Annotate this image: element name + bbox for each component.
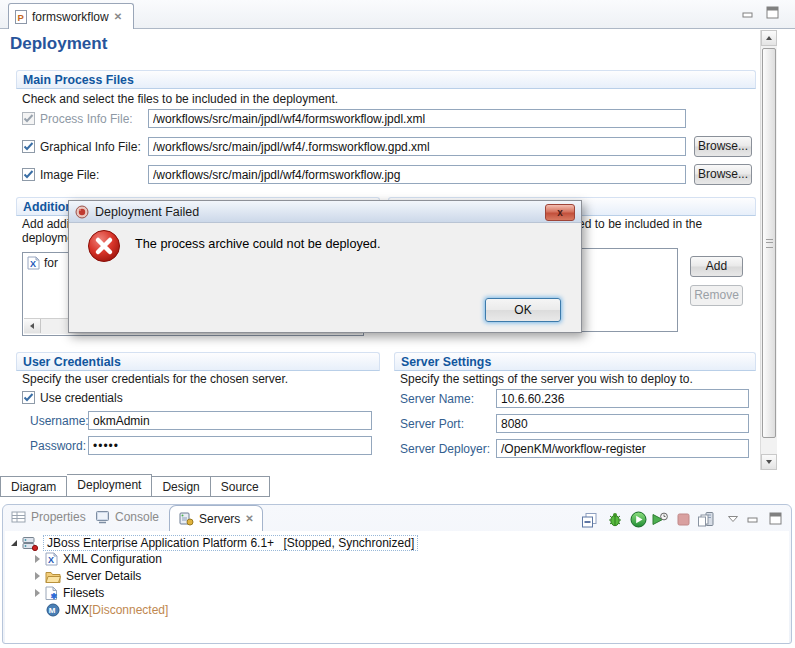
password-label: Password: xyxy=(30,439,86,453)
dialog-titlebar[interactable]: Deployment Failed xyxy=(69,201,581,223)
scroll-up-icon[interactable] xyxy=(761,30,777,46)
properties-icon xyxy=(11,510,26,524)
tree-row-text: XML Configuration xyxy=(63,552,162,566)
editor-minimize-icon[interactable] xyxy=(742,8,754,20)
section-title: Main Process Files xyxy=(23,73,134,87)
tab-source[interactable]: Source xyxy=(211,476,270,497)
dialog-message: The process archive could not be deploye… xyxy=(135,237,380,251)
graphical-info-browse-button[interactable]: Browse... xyxy=(694,136,752,157)
editor-tab-label: formsworkflow xyxy=(32,10,109,24)
servers-view-panel: Properties Console Servers ✕ xyxy=(2,504,792,644)
editor-bottom-tabs: Diagram Deployment Design Source xyxy=(0,476,270,497)
tab-design[interactable]: Design xyxy=(152,476,210,497)
profile-server-icon[interactable] xyxy=(651,511,669,528)
tab-deployment[interactable]: Deployment xyxy=(67,474,152,497)
collapse-all-icon[interactable] xyxy=(581,512,598,529)
password-field[interactable] xyxy=(88,436,372,455)
panel-minimize-icon[interactable] xyxy=(747,514,759,526)
scroll-down-icon[interactable] xyxy=(761,454,777,470)
tab-diagram[interactable]: Diagram xyxy=(0,476,67,497)
deployment-failed-dialog: Deployment Failed x The process archive … xyxy=(68,200,582,333)
tab-servers[interactable]: Servers ✕ xyxy=(169,505,263,531)
view-menu-icon[interactable] xyxy=(727,515,739,523)
add-button[interactable]: Add xyxy=(690,256,743,277)
expander-collapsed-icon[interactable] xyxy=(35,555,40,563)
ok-button[interactable]: OK xyxy=(485,298,561,322)
tree-row-server-details[interactable]: Server Details xyxy=(35,569,141,583)
tab-servers-close-icon[interactable]: ✕ xyxy=(245,513,253,524)
server-settings-description: Specify the settings of the server you w… xyxy=(400,372,693,386)
process-info-label: Process Info File: xyxy=(40,112,133,126)
panel-maximize-icon[interactable] xyxy=(769,512,782,525)
server-deployer-field[interactable] xyxy=(496,439,749,458)
tab-console[interactable]: Console xyxy=(95,510,159,524)
image-file-input[interactable] xyxy=(148,165,686,184)
username-field[interactable] xyxy=(88,411,372,430)
main-process-files-description: Check and select the files to be include… xyxy=(22,92,338,106)
additional-file-item[interactable]: X for xyxy=(27,256,58,270)
section-header-user-credentials: User Credentials xyxy=(16,352,380,371)
start-server-icon[interactable] xyxy=(630,511,647,528)
graphical-info-input[interactable] xyxy=(148,137,686,156)
section-title: Server Settings xyxy=(401,355,491,369)
dialog-close-button[interactable]: x xyxy=(545,204,575,221)
page-title: Deployment xyxy=(10,34,107,54)
expander-expanded-icon[interactable] xyxy=(11,540,17,546)
server-port-label: Server Port: xyxy=(400,417,464,431)
debug-server-icon[interactable] xyxy=(606,511,624,529)
folder-icon xyxy=(45,570,61,583)
tree-row-jboss-server[interactable]: JBoss Enterprise Application Platform 6.… xyxy=(11,535,418,551)
section-header-main-process-files: Main Process Files xyxy=(16,70,756,89)
tab-properties-label: Properties xyxy=(31,510,86,524)
process-info-input[interactable] xyxy=(148,109,686,128)
stop-server-icon xyxy=(676,512,691,527)
tree-row-filesets[interactable]: ✱ Filesets xyxy=(35,586,104,600)
server-status: [Stopped, Synchronized] xyxy=(283,536,414,550)
dialog-title: Deployment Failed xyxy=(95,205,199,219)
xml-file-icon: X xyxy=(27,256,40,270)
editor-maximize-icon[interactable] xyxy=(766,6,779,19)
tree-row-xml-configuration[interactable]: X XML Configuration xyxy=(35,552,162,566)
editor-tab-formsworkflow[interactable]: P formsworkflow ✕ xyxy=(8,3,134,29)
svg-text:X: X xyxy=(48,555,54,565)
hscroll-left-arrow-icon[interactable] xyxy=(24,319,41,333)
editor-tab-close-icon[interactable]: ✕ xyxy=(114,11,122,22)
graphical-info-checkbox[interactable] xyxy=(22,140,35,153)
expander-collapsed-icon[interactable] xyxy=(35,572,40,580)
fileset-icon: ✱ xyxy=(45,586,58,600)
tree-row-text: Server Details xyxy=(66,569,141,583)
tab-servers-label: Servers xyxy=(199,512,240,526)
use-credentials-checkbox[interactable] xyxy=(22,391,35,404)
section-title: User Credentials xyxy=(23,355,121,369)
additional-file-item-label: for xyxy=(44,256,58,270)
svg-text:X: X xyxy=(30,259,36,269)
error-icon xyxy=(87,229,121,263)
tab-properties[interactable]: Properties xyxy=(11,510,86,524)
image-file-browse-button[interactable]: Browse... xyxy=(694,164,752,185)
server-port-field[interactable] xyxy=(496,414,749,433)
editor-vscrollbar[interactable] xyxy=(760,30,777,470)
servers-tree: JBoss Enterprise Application Platform 6.… xyxy=(5,531,789,643)
jmx-status: [Disconnected] xyxy=(89,603,168,617)
process-file-icon: P xyxy=(15,10,27,24)
svg-text:M: M xyxy=(49,606,56,615)
svg-text:✱: ✱ xyxy=(51,592,58,600)
tree-row-text: Filesets xyxy=(63,586,104,600)
tree-row-jmx[interactable]: M JMX[Disconnected] xyxy=(46,603,168,617)
xml-file-icon: X xyxy=(45,552,58,566)
graphical-info-label: Graphical Info File: xyxy=(40,140,141,154)
expander-collapsed-icon[interactable] xyxy=(35,589,40,597)
image-file-label: Image File: xyxy=(40,168,99,182)
jmx-icon: M xyxy=(46,603,60,617)
image-file-checkbox[interactable] xyxy=(22,168,35,181)
jbpm-app-icon xyxy=(75,205,89,219)
server-name-field[interactable] xyxy=(496,389,749,408)
server-name: JBoss Enterprise Application Platform 6.… xyxy=(47,536,274,550)
vscroll-thumb[interactable] xyxy=(762,48,776,438)
server-name-label: Server Name: xyxy=(400,392,474,406)
publish-server-icon[interactable] xyxy=(697,511,715,528)
user-credentials-description: Specify the user credentials for the cho… xyxy=(22,372,288,386)
tree-row-text: JBoss Enterprise Application Platform 6.… xyxy=(43,535,418,551)
use-credentials-label: Use credentials xyxy=(40,391,123,405)
jmx-label: JMX xyxy=(65,603,89,617)
